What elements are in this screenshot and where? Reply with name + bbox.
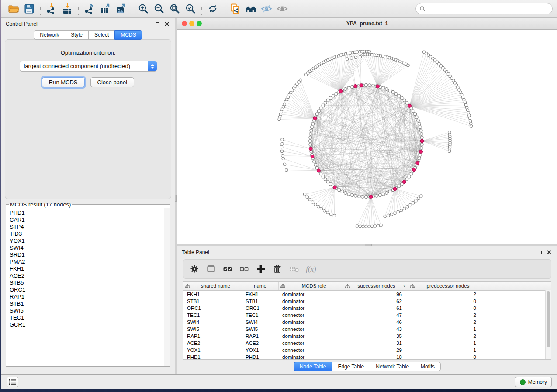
- graph-node[interactable]: [397, 210, 399, 213]
- graph-node[interactable]: [354, 194, 357, 197]
- graph-hub-node[interactable]: [360, 84, 363, 87]
- cell-mcds-role[interactable]: dominator: [279, 292, 343, 297]
- export-table-button[interactable]: [97, 2, 113, 16]
- show-all-button[interactable]: [274, 2, 290, 16]
- graph-node[interactable]: [280, 145, 283, 148]
- graph-node[interactable]: [309, 140, 312, 143]
- table-row[interactable]: SWI5SWI5connector431: [183, 326, 551, 333]
- graph-node[interactable]: [448, 150, 450, 152]
- graph-hub-node[interactable]: [369, 195, 373, 199]
- graph-node[interactable]: [384, 215, 386, 218]
- graph-node[interactable]: [311, 126, 314, 129]
- graph-node[interactable]: [468, 114, 471, 117]
- graph-hub-node[interactable]: [408, 104, 412, 108]
- graph-node[interactable]: [347, 193, 350, 196]
- graph-node[interactable]: [362, 225, 364, 228]
- float-panel-button[interactable]: [154, 21, 161, 28]
- zoom-out-button[interactable]: [151, 2, 167, 16]
- tab-network-table[interactable]: Network Table: [370, 362, 415, 371]
- float-panel-button[interactable]: [536, 249, 543, 256]
- cell-predecessor-nodes[interactable]: 0: [408, 354, 482, 360]
- graph-node[interactable]: [303, 193, 306, 196]
- mcds-result-item[interactable]: STP4: [10, 224, 170, 230]
- graph-node[interactable]: [354, 56, 357, 58]
- graph-node[interactable]: [347, 86, 350, 89]
- import-table-button[interactable]: [59, 2, 75, 16]
- column-header-mcds-role[interactable]: MCDS role: [279, 282, 343, 290]
- graph-node[interactable]: [319, 107, 322, 110]
- graph-node[interactable]: [346, 58, 348, 60]
- graph-node[interactable]: [368, 50, 370, 53]
- cell-shared-name[interactable]: FKH1: [183, 292, 242, 297]
- zoom-selected-button[interactable]: [183, 2, 198, 16]
- graph-node[interactable]: [388, 89, 391, 92]
- cell-name[interactable]: SWI5: [242, 327, 279, 332]
- cell-successor-nodes[interactable]: 96: [343, 292, 408, 297]
- cell-shared-name[interactable]: STB1: [183, 299, 242, 304]
- cell-successor-nodes[interactable]: 62: [343, 299, 408, 304]
- mcds-result-item[interactable]: ACE2: [10, 272, 170, 279]
- cell-name[interactable]: ORC1: [242, 306, 279, 311]
- graph-node[interactable]: [324, 101, 327, 104]
- cell-shared-name[interactable]: SWI5: [183, 327, 242, 332]
- mcds-result-item[interactable]: SWI4: [10, 244, 170, 251]
- graph-node[interactable]: [412, 110, 415, 113]
- graph-node[interactable]: [403, 207, 406, 210]
- cell-predecessor-nodes[interactable]: 1: [408, 327, 482, 332]
- graph-node[interactable]: [311, 122, 315, 125]
- cell-predecessor-nodes[interactable]: 1: [408, 347, 482, 353]
- optimization-criterion-select[interactable]: largest connected component (undirected): [20, 61, 157, 72]
- mcds-list-scrollbar[interactable]: [164, 208, 170, 366]
- column-header-shared-name[interactable]: shared name: [183, 282, 242, 290]
- graph-node[interactable]: [368, 84, 371, 87]
- splitter-handle[interactable]: [175, 195, 177, 202]
- graph-node[interactable]: [359, 55, 361, 58]
- graph-node[interactable]: [281, 138, 284, 141]
- graph-node[interactable]: [365, 84, 368, 87]
- graph-hub-node[interactable]: [420, 139, 424, 143]
- cell-predecessor-nodes[interactable]: 0: [408, 299, 482, 304]
- graph-node[interactable]: [400, 96, 403, 100]
- mcds-result-item[interactable]: STB1: [10, 300, 170, 307]
- graph-node[interactable]: [338, 189, 341, 192]
- graph-node[interactable]: [351, 86, 354, 89]
- graph-hub-node[interactable]: [419, 150, 423, 154]
- graph-node[interactable]: [344, 192, 347, 195]
- column-header-successor-nodes[interactable]: successor nodes∨: [343, 282, 408, 290]
- cell-shared-name[interactable]: RAP1: [183, 334, 242, 339]
- tab-network[interactable]: Network: [34, 30, 65, 40]
- graph-node[interactable]: [282, 157, 284, 160]
- table-row[interactable]: FKH1FKH1dominator962: [183, 291, 551, 298]
- cell-name[interactable]: YOX1: [242, 347, 279, 353]
- cell-shared-name[interactable]: PHD1: [183, 354, 242, 360]
- graph-node[interactable]: [361, 195, 364, 198]
- graph-node[interactable]: [351, 194, 354, 197]
- graph-node[interactable]: [309, 133, 312, 136]
- graph-node[interactable]: [335, 93, 338, 96]
- graph-node[interactable]: [468, 117, 471, 119]
- task-history-button[interactable]: [7, 377, 18, 387]
- mcds-result-item[interactable]: YOX1: [10, 237, 170, 244]
- table-row[interactable]: RAP1RAP1dominator352: [183, 333, 551, 340]
- graph-node[interactable]: [391, 90, 394, 93]
- cell-successor-nodes[interactable]: 29: [343, 347, 408, 353]
- graph-node[interactable]: [394, 93, 398, 96]
- tab-motifs[interactable]: Motifs: [415, 362, 441, 371]
- graph-node[interactable]: [420, 195, 422, 197]
- cell-successor-nodes[interactable]: 35: [343, 334, 408, 339]
- cell-successor-nodes[interactable]: 18: [343, 354, 408, 360]
- cell-name[interactable]: SWI4: [242, 320, 279, 325]
- delete-column-button[interactable]: [270, 261, 285, 276]
- graph-node[interactable]: [308, 198, 311, 201]
- graph-node[interactable]: [400, 209, 402, 212]
- graph-node[interactable]: [310, 129, 313, 132]
- tab-node-table[interactable]: Node Table: [294, 362, 332, 371]
- graph-node[interactable]: [329, 96, 332, 100]
- cell-mcds-role[interactable]: dominator: [279, 320, 343, 325]
- column-layout-button[interactable]: [204, 261, 218, 276]
- hide-selected-button[interactable]: [259, 2, 274, 16]
- mcds-result-item[interactable]: PMA2: [10, 258, 170, 265]
- graph-hub-node[interactable]: [317, 169, 321, 172]
- cell-predecessor-nodes[interactable]: 2: [408, 292, 482, 297]
- graph-node[interactable]: [359, 225, 361, 227]
